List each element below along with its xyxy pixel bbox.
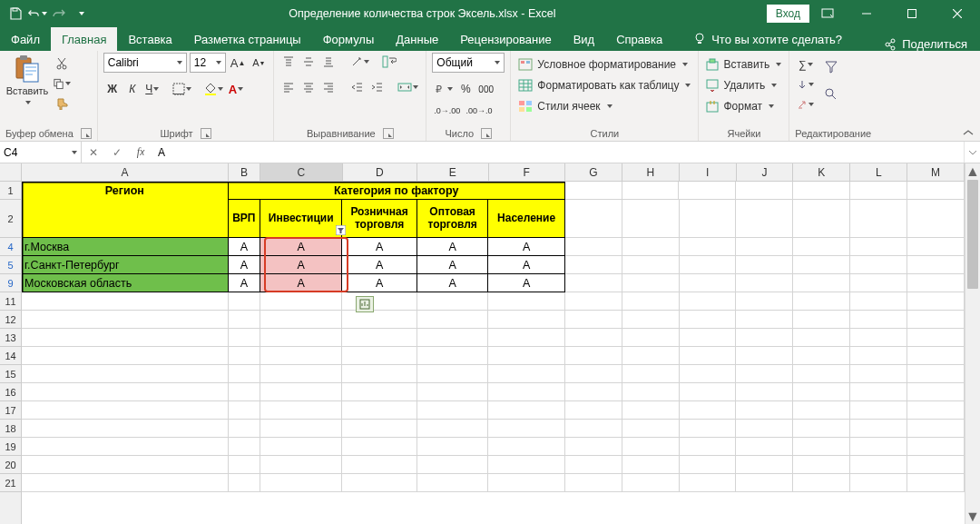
- cell[interactable]: А: [488, 274, 564, 292]
- cell[interactable]: [736, 474, 793, 492]
- select-all-corner[interactable]: [0, 163, 22, 182]
- cell[interactable]: Категория по фактору: [229, 182, 565, 200]
- cell[interactable]: А: [342, 238, 416, 256]
- cell[interactable]: Регион: [22, 182, 229, 200]
- scroll-down-button[interactable]: ▼: [965, 509, 980, 524]
- cell[interactable]: [907, 365, 965, 383]
- expand-formula-bar-button[interactable]: [964, 142, 980, 163]
- cell[interactable]: [793, 329, 850, 347]
- row-header-9[interactable]: 9: [0, 274, 21, 292]
- cell[interactable]: [565, 200, 622, 238]
- cell[interactable]: [229, 365, 260, 383]
- cell[interactable]: [793, 474, 850, 492]
- cell[interactable]: [229, 292, 260, 311]
- cell[interactable]: [622, 256, 680, 274]
- cell[interactable]: [736, 329, 793, 347]
- cell[interactable]: [260, 311, 342, 329]
- column-header-J[interactable]: J: [737, 163, 794, 181]
- cell[interactable]: г.Санкт-Петербург: [22, 256, 229, 274]
- cell[interactable]: А: [260, 238, 342, 256]
- cell[interactable]: А: [342, 274, 416, 292]
- bold-button[interactable]: Ж: [103, 80, 122, 98]
- cell[interactable]: [565, 292, 622, 311]
- column-header-E[interactable]: E: [417, 163, 489, 181]
- number-format-combo[interactable]: Общий: [432, 53, 505, 73]
- cell[interactable]: [680, 200, 737, 238]
- delete-cells-button[interactable]: Удалить: [704, 76, 779, 94]
- copy-button[interactable]: [53, 74, 71, 93]
- maximize-button[interactable]: [891, 0, 933, 27]
- tab-formulas[interactable]: Формулы: [312, 27, 386, 51]
- cell[interactable]: [850, 292, 907, 311]
- row-header-13[interactable]: 13: [0, 329, 21, 347]
- cell[interactable]: [417, 420, 489, 438]
- font-name-combo[interactable]: Calibri: [103, 53, 187, 73]
- row-header-16[interactable]: 16: [0, 383, 21, 401]
- cell[interactable]: [907, 292, 965, 311]
- cell[interactable]: [736, 456, 793, 474]
- filter-dropdown-icon[interactable]: [336, 225, 346, 235]
- cell[interactable]: [342, 456, 416, 474]
- cell[interactable]: [565, 456, 622, 474]
- cell[interactable]: [565, 438, 622, 456]
- cell[interactable]: [622, 200, 680, 238]
- tab-help[interactable]: Справка: [605, 27, 673, 51]
- cell[interactable]: [260, 347, 342, 365]
- cell[interactable]: [342, 311, 416, 329]
- cell[interactable]: А: [260, 274, 342, 292]
- cell[interactable]: [793, 238, 850, 256]
- cell[interactable]: [22, 383, 229, 401]
- cell[interactable]: [260, 383, 342, 401]
- cell[interactable]: [622, 238, 680, 256]
- cells-area[interactable]: РегионКатегория по факторуВРПИнвестицииР…: [22, 182, 965, 524]
- insert-function-button[interactable]: fx: [129, 142, 152, 163]
- tab-review[interactable]: Рецензирование: [449, 27, 562, 51]
- cell[interactable]: [417, 329, 489, 347]
- cell[interactable]: [417, 456, 489, 474]
- cell[interactable]: Инвестиции: [260, 200, 342, 238]
- column-header-B[interactable]: B: [229, 163, 260, 181]
- tell-me-search[interactable]: Что вы хотите сделать?: [682, 27, 853, 51]
- cell[interactable]: [850, 383, 907, 401]
- row-header-21[interactable]: 21: [0, 474, 21, 492]
- cell[interactable]: [565, 347, 622, 365]
- row-header-19[interactable]: 19: [0, 438, 21, 456]
- cell[interactable]: [22, 347, 229, 365]
- tab-home[interactable]: Главная: [51, 27, 117, 51]
- column-header-F[interactable]: F: [489, 163, 565, 181]
- cell[interactable]: [850, 474, 907, 492]
- cell[interactable]: [488, 474, 564, 492]
- column-header-K[interactable]: K: [793, 163, 850, 181]
- cell[interactable]: [622, 311, 680, 329]
- shrink-font-button[interactable]: A▼: [250, 54, 268, 72]
- cell[interactable]: [736, 256, 793, 274]
- cell[interactable]: [680, 292, 737, 311]
- cell[interactable]: [260, 401, 342, 420]
- number-dialog-launcher[interactable]: [481, 128, 492, 139]
- cell[interactable]: г.Москва: [22, 238, 229, 256]
- cell[interactable]: [342, 292, 416, 311]
- cell[interactable]: [736, 200, 793, 238]
- tab-data[interactable]: Данные: [385, 27, 449, 51]
- grow-font-button[interactable]: A▲: [229, 54, 248, 72]
- cell[interactable]: [488, 420, 564, 438]
- cell[interactable]: [622, 274, 680, 292]
- cell[interactable]: [342, 438, 416, 456]
- cell[interactable]: [229, 329, 260, 347]
- cell[interactable]: [907, 256, 965, 274]
- cell[interactable]: [565, 383, 622, 401]
- cell[interactable]: [622, 438, 680, 456]
- cell[interactable]: [907, 329, 965, 347]
- cell[interactable]: [488, 347, 564, 365]
- cell[interactable]: [907, 420, 965, 438]
- cell[interactable]: [850, 329, 907, 347]
- cell[interactable]: [22, 292, 229, 311]
- accounting-format-button[interactable]: ₽: [432, 80, 455, 98]
- cell[interactable]: А: [229, 238, 260, 256]
- share-button[interactable]: Поделиться: [871, 37, 980, 51]
- cell[interactable]: [417, 347, 489, 365]
- cell[interactable]: [229, 311, 260, 329]
- row-header-2[interactable]: 2: [0, 200, 21, 238]
- cell[interactable]: [907, 311, 965, 329]
- cell[interactable]: [342, 365, 416, 383]
